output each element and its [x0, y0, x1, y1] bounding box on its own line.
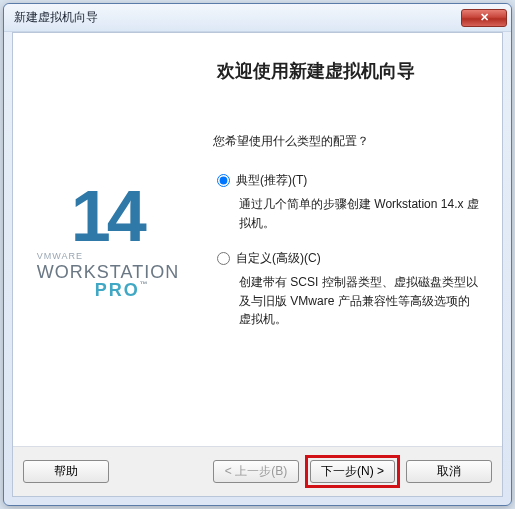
client-area: 14 VMWARE WORKSTATION PRO™ 欢迎使用新建虚拟机向导 您… — [12, 32, 503, 497]
radio-custom[interactable] — [217, 252, 230, 265]
help-button[interactable]: 帮助 — [23, 460, 109, 483]
option-typical-row[interactable]: 典型(推荐)(T) — [217, 172, 480, 189]
cancel-button[interactable]: 取消 — [406, 460, 492, 483]
option-custom-row[interactable]: 自定义(高级)(C) — [217, 250, 480, 267]
next-button-highlight: 下一步(N) > — [305, 455, 400, 488]
config-prompt: 您希望使用什么类型的配置？ — [213, 133, 480, 150]
back-button: < 上一步(B) — [213, 460, 299, 483]
next-button[interactable]: 下一步(N) > — [310, 460, 395, 483]
main-panel: 欢迎使用新建虚拟机向导 您希望使用什么类型的配置？ 典型(推荐)(T) 通过几个… — [203, 33, 502, 446]
titlebar: 新建虚拟机向导 ✕ — [4, 4, 511, 32]
button-bar: 帮助 < 上一步(B) 下一步(N) > 取消 — [13, 446, 502, 496]
option-typical-desc: 通过几个简单的步骤创建 Workstation 14.x 虚拟机。 — [239, 195, 480, 232]
vmware-logo: 14 VMWARE WORKSTATION PRO™ — [37, 180, 179, 299]
radio-typical[interactable] — [217, 174, 230, 187]
content-area: 14 VMWARE WORKSTATION PRO™ 欢迎使用新建虚拟机向导 您… — [13, 33, 502, 446]
option-typical-label: 典型(推荐)(T) — [236, 172, 307, 189]
logo-workstation-text: WORKSTATION — [37, 263, 179, 281]
option-typical: 典型(推荐)(T) 通过几个简单的步骤创建 Workstation 14.x 虚… — [213, 172, 480, 232]
option-custom-desc: 创建带有 SCSI 控制器类型、虚拟磁盘类型以及与旧版 VMware 产品兼容性… — [239, 273, 480, 329]
wizard-window: 新建虚拟机向导 ✕ 14 VMWARE WORKSTATION PRO™ 欢迎使… — [3, 3, 512, 506]
window-title: 新建虚拟机向导 — [14, 9, 461, 26]
close-button[interactable]: ✕ — [461, 9, 507, 27]
welcome-heading: 欢迎使用新建虚拟机向导 — [217, 59, 480, 83]
option-custom-label: 自定义(高级)(C) — [236, 250, 321, 267]
logo-pro-text: PRO™ — [95, 281, 179, 299]
logo-version-number: 14 — [71, 180, 179, 252]
sidebar-logo-panel: 14 VMWARE WORKSTATION PRO™ — [13, 33, 203, 446]
close-icon: ✕ — [480, 11, 489, 23]
option-custom: 自定义(高级)(C) 创建带有 SCSI 控制器类型、虚拟磁盘类型以及与旧版 V… — [213, 250, 480, 329]
